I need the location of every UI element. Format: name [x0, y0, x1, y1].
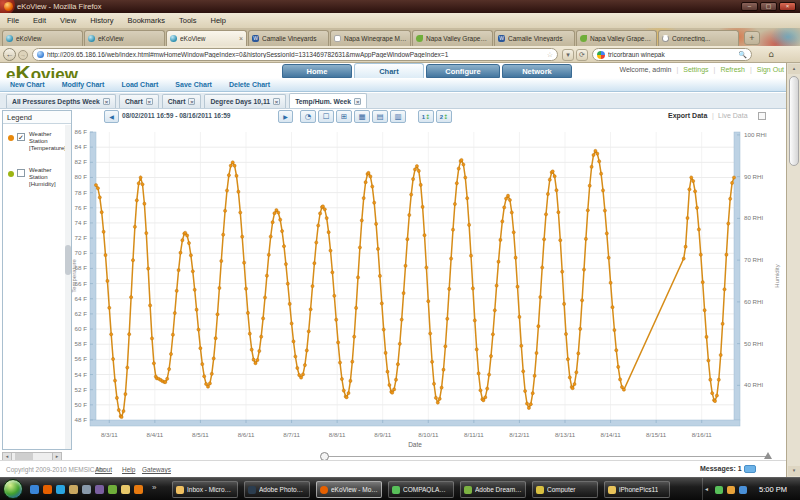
data-point[interactable] [539, 296, 542, 299]
data-point[interactable] [617, 365, 620, 368]
data-point[interactable] [321, 205, 324, 208]
data-point[interactable] [263, 296, 266, 299]
data-point[interactable] [246, 311, 249, 314]
data-point[interactable] [133, 225, 136, 228]
internet-explorer-icon[interactable] [30, 485, 39, 494]
range-slider-end-handle[interactable] [764, 452, 772, 459]
data-point[interactable] [342, 389, 345, 392]
action-load-chart[interactable]: Load Chart [121, 81, 158, 88]
data-point[interactable] [695, 206, 698, 209]
data-point[interactable] [402, 292, 405, 295]
data-point[interactable] [375, 222, 378, 225]
menu-bookmarks[interactable]: Bookmarks [121, 13, 173, 28]
data-point[interactable] [548, 178, 551, 181]
data-point[interactable] [305, 349, 308, 352]
data-point[interactable] [199, 347, 202, 350]
data-point[interactable] [317, 224, 320, 227]
data-point[interactable] [537, 325, 540, 328]
chart-tab-2[interactable]: Chart× [162, 94, 202, 108]
data-point[interactable] [686, 216, 689, 219]
legend-checkbox[interactable]: ✓ [17, 133, 25, 141]
dreamweaver-icon[interactable] [108, 485, 117, 494]
data-point[interactable] [345, 396, 348, 399]
data-point[interactable] [128, 333, 131, 336]
tab-close-icon[interactable]: × [239, 35, 243, 42]
data-point[interactable] [477, 372, 480, 375]
tray-expand-icon[interactable]: ◂ [705, 485, 708, 492]
data-point[interactable] [248, 332, 251, 335]
data-point[interactable] [311, 285, 314, 288]
data-point[interactable] [338, 361, 341, 364]
data-point[interactable] [427, 300, 430, 303]
data-point[interactable] [265, 274, 268, 277]
data-point[interactable] [406, 238, 409, 241]
data-point[interactable] [356, 276, 359, 279]
data-point[interactable] [171, 333, 174, 336]
data-point[interactable] [340, 377, 343, 380]
search-bar[interactable]: tricorbraun winepak 🔍 [592, 48, 752, 61]
data-point[interactable] [218, 286, 221, 289]
data-point[interactable] [294, 355, 297, 358]
data-point[interactable] [307, 330, 310, 333]
data-point[interactable] [471, 287, 474, 290]
data-point[interactable] [164, 381, 167, 384]
data-point[interactable] [225, 189, 228, 192]
footer-link-about[interactable]: About [95, 466, 112, 473]
data-point[interactable] [404, 264, 407, 267]
update-tray-icon[interactable] [727, 486, 735, 494]
data-point[interactable] [371, 185, 374, 188]
nav-tab-chart[interactable]: Chart [354, 63, 424, 78]
data-point[interactable] [440, 386, 443, 389]
data-point[interactable] [727, 222, 730, 225]
data-point[interactable] [296, 366, 299, 369]
bookmark-star-icon[interactable]: ☆ [547, 51, 553, 59]
data-point[interactable] [303, 364, 306, 367]
forward-button[interactable]: → [18, 50, 28, 60]
data-point[interactable] [421, 205, 424, 208]
data-point[interactable] [110, 333, 113, 336]
nav-tab-home[interactable]: Home [282, 64, 352, 78]
chart-tab-close-icon[interactable]: × [354, 98, 361, 105]
data-point[interactable] [520, 344, 523, 347]
data-point[interactable] [535, 351, 538, 354]
taskbar-button-1[interactable]: Adobe Photoshop [244, 481, 310, 498]
data-point[interactable] [323, 208, 326, 211]
data-point[interactable] [400, 318, 403, 321]
data-point[interactable] [489, 355, 492, 358]
live-data-checkbox[interactable] [758, 112, 766, 120]
data-point[interactable] [438, 397, 441, 400]
data-point[interactable] [457, 167, 460, 170]
browser-scrollbar[interactable]: ▴ ▾ [786, 63, 800, 477]
data-point[interactable] [120, 415, 123, 418]
data-point[interactable] [284, 263, 287, 266]
data-point[interactable] [559, 239, 562, 242]
data-point[interactable] [510, 211, 513, 214]
data-point[interactable] [319, 212, 322, 215]
data-point[interactable] [451, 228, 454, 231]
browser-tab-7[interactable]: Napa Valley Grapegrowe... [576, 30, 657, 46]
data-point[interactable] [351, 360, 354, 363]
start-button[interactable] [3, 479, 23, 499]
data-point[interactable] [369, 175, 372, 178]
windows-media-icon[interactable] [56, 485, 65, 494]
data-point[interactable] [484, 396, 487, 399]
browser-tab-3[interactable]: WCamalie Vineyards [248, 30, 329, 46]
data-point[interactable] [290, 322, 293, 325]
browser-tab-0[interactable]: eKoView [2, 30, 83, 46]
nav-tab-network[interactable]: Network [502, 64, 572, 78]
action-delete-chart[interactable]: Delete Chart [229, 81, 270, 88]
data-point[interactable] [327, 231, 330, 234]
media-player-icon[interactable] [134, 485, 143, 494]
menu-edit[interactable]: Edit [26, 13, 53, 28]
data-point[interactable] [410, 193, 413, 196]
taskbar-button-4[interactable]: Adobe Dreamweave... [460, 481, 526, 498]
data-point[interactable] [444, 345, 447, 348]
chart-tab-close-icon[interactable]: × [146, 98, 153, 105]
data-point[interactable] [551, 170, 554, 173]
data-point[interactable] [684, 245, 687, 248]
data-point[interactable] [100, 211, 103, 214]
data-point[interactable] [588, 184, 591, 187]
data-point[interactable] [384, 351, 387, 354]
footer-link-gateways[interactable]: Gateways [142, 466, 171, 473]
data-point[interactable] [579, 327, 582, 330]
